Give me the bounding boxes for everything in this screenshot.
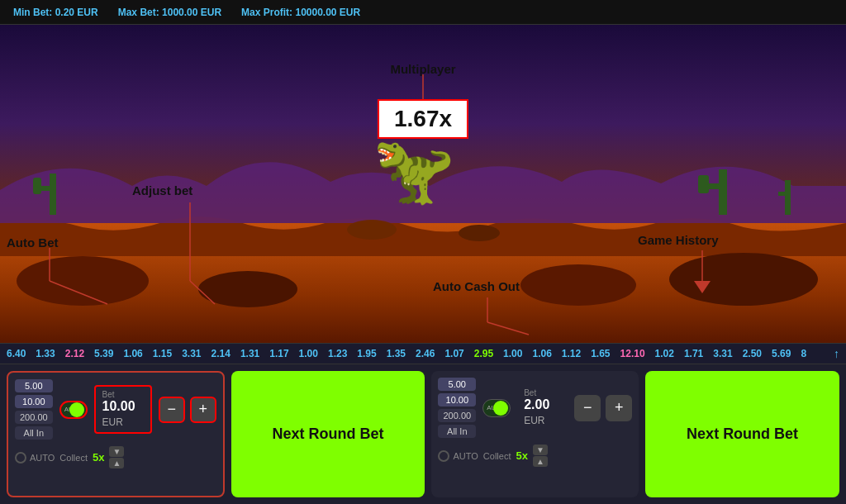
minus-btn-2[interactable]: − bbox=[574, 395, 601, 421]
auto-cashout-label-text: Auto Cash Out bbox=[433, 279, 520, 293]
mult-195: 1.95 bbox=[357, 348, 376, 359]
label-game-history: Game History bbox=[638, 233, 719, 247]
auto-toggle-2[interactable]: AUTO bbox=[482, 399, 511, 417]
plus-btn-1[interactable]: + bbox=[190, 397, 216, 423]
svg-point-4 bbox=[520, 264, 636, 306]
mult-1210: 12.10 bbox=[620, 348, 645, 359]
collect-auto-label-2: AUTO bbox=[453, 451, 478, 461]
bet-value-1: 10.00 bbox=[102, 399, 135, 413]
bet-amount-5-btn-2[interactable]: 5.00 bbox=[438, 378, 476, 391]
bet-amount-allin-btn-1[interactable]: All In bbox=[15, 426, 53, 440]
label-auto-bet: Auto Bet bbox=[7, 235, 59, 250]
auto-knob-1 bbox=[69, 402, 84, 417]
bet-display-2: Bet 2.00 EUR bbox=[517, 385, 568, 430]
collect-arrows-1: ▼ ▲ bbox=[109, 446, 124, 468]
svg-point-15 bbox=[459, 225, 500, 241]
mult-8: 8 bbox=[801, 348, 806, 359]
bet-panel-2-top: 5.00 10.00 200.00 All In AUTO Bet 2.00 E… bbox=[438, 378, 632, 438]
collect-radio-auto-1[interactable] bbox=[15, 452, 26, 464]
multiplayer-label-text: Multiplayer bbox=[390, 62, 455, 76]
svg-point-3 bbox=[198, 271, 297, 307]
mult-331a: 3.31 bbox=[182, 348, 201, 359]
collect-label-1: Collect bbox=[59, 453, 88, 463]
collect-toggle-2[interactable]: AUTO bbox=[438, 450, 478, 462]
max-profit-info: Max Profit: 10000.00 EUR bbox=[241, 7, 360, 18]
bet-display-1: Bet 10.00 EUR bbox=[94, 385, 152, 434]
collect-radio-auto-2[interactable] bbox=[438, 450, 449, 462]
next-round-btn-1[interactable]: Next Round Bet bbox=[231, 371, 425, 497]
mult-640: 6.40 bbox=[7, 348, 26, 359]
mult-106b: 1.06 bbox=[532, 348, 551, 359]
min-bet-info: Min Bet: 0.20 EUR bbox=[13, 7, 98, 18]
collect-value-2: 5x bbox=[516, 449, 527, 462]
dinosaur: 🦖 bbox=[373, 131, 455, 209]
controls-area: 5.00 10.00 200.00 All In AUTO Bet 10.00 … bbox=[0, 364, 846, 504]
max-bet-label: Max Bet: bbox=[118, 7, 159, 18]
mult-246: 2.46 bbox=[416, 348, 435, 359]
mult-123: 1.23 bbox=[328, 348, 347, 359]
mult-133: 1.33 bbox=[36, 348, 55, 359]
mult-115: 1.15 bbox=[153, 348, 172, 359]
max-profit-label: Max Profit: bbox=[241, 7, 292, 18]
collect-auto-label-1: AUTO bbox=[30, 453, 55, 463]
mult-250: 2.50 bbox=[743, 348, 762, 359]
bet-currency-1: EUR bbox=[102, 416, 123, 428]
mult-100a: 1.00 bbox=[299, 348, 318, 359]
collect-arrow-down-2[interactable]: ▼ bbox=[533, 445, 548, 455]
bet-amount-5-btn-1[interactable]: 5.00 bbox=[15, 379, 53, 392]
bet-amount-200-btn-1[interactable]: 200.00 bbox=[15, 411, 53, 424]
bet-amount-10-btn-1[interactable]: 10.00 bbox=[15, 395, 53, 408]
auto-knob-2 bbox=[493, 401, 508, 416]
bet-panel-1: 5.00 10.00 200.00 All In AUTO Bet 10.00 … bbox=[7, 371, 225, 497]
auto-bet-label-text: Auto Bet bbox=[7, 235, 59, 250]
label-auto-cashout: Auto Cash Out bbox=[433, 279, 520, 293]
mult-102: 1.02 bbox=[655, 348, 674, 359]
bet-amount-allin-btn-2[interactable]: All In bbox=[438, 425, 476, 438]
mult-106: 1.06 bbox=[123, 348, 142, 359]
minus-btn-1[interactable]: − bbox=[159, 397, 185, 423]
svg-rect-10 bbox=[709, 183, 727, 189]
bet-amounts-2: 5.00 10.00 200.00 All In bbox=[438, 378, 476, 438]
collect-toggle-1[interactable]: AUTO bbox=[15, 452, 55, 464]
bet-label-2: Bet bbox=[524, 388, 561, 397]
svg-point-2 bbox=[17, 256, 149, 306]
scroll-up-icon[interactable]: ↑ bbox=[834, 347, 846, 360]
auto-toggle-1[interactable]: AUTO bbox=[59, 401, 88, 419]
bet-panel-2: 5.00 10.00 200.00 All In AUTO Bet 2.00 E… bbox=[431, 371, 639, 497]
mult-214: 2.14 bbox=[212, 348, 231, 359]
svg-point-14 bbox=[347, 220, 397, 240]
collect-value-1: 5x bbox=[93, 451, 104, 464]
multipliers-bar: 6.40 1.33 2.12 5.39 1.06 1.15 3.31 2.14 … bbox=[0, 343, 846, 364]
svg-rect-11 bbox=[698, 175, 709, 193]
next-round-btn-2[interactable]: Next Round Bet bbox=[645, 371, 839, 497]
mult-212: 2.12 bbox=[65, 348, 84, 359]
mult-331b: 3.31 bbox=[713, 348, 732, 359]
min-bet-value: 0.20 EUR bbox=[55, 7, 98, 18]
collect-row-1: AUTO Collect 5x ▼ ▲ bbox=[15, 446, 216, 468]
svg-rect-12 bbox=[785, 180, 791, 215]
collect-arrow-up-2[interactable]: ▲ bbox=[533, 456, 548, 467]
svg-rect-8 bbox=[33, 178, 41, 194]
collect-arrow-down-1[interactable]: ▼ bbox=[109, 446, 124, 457]
mult-112: 1.12 bbox=[562, 348, 581, 359]
max-bet-value: 1000.00 EUR bbox=[162, 7, 221, 18]
bet-value-2: 2.00 bbox=[524, 397, 549, 411]
plus-btn-2[interactable]: + bbox=[606, 395, 632, 421]
svg-rect-6 bbox=[50, 174, 56, 215]
bet-label-1: Bet bbox=[102, 390, 144, 399]
mult-100b: 1.00 bbox=[503, 348, 522, 359]
collect-arrows-2: ▼ ▲ bbox=[533, 445, 548, 467]
mult-107: 1.07 bbox=[444, 348, 463, 359]
bet-amount-200-btn-2[interactable]: 200.00 bbox=[438, 409, 476, 422]
adjust-bet-label-text: Adjust bet bbox=[132, 183, 192, 197]
collect-arrow-up-1[interactable]: ▲ bbox=[109, 458, 124, 468]
mult-171: 1.71 bbox=[684, 348, 703, 359]
svg-rect-9 bbox=[719, 169, 727, 215]
mult-131: 1.31 bbox=[240, 348, 259, 359]
game-area: 1.67x 🦖 Multiplayer Auto Bet Adjust bet … bbox=[0, 25, 846, 343]
svg-rect-7 bbox=[41, 186, 56, 191]
max-profit-value: 10000.00 EUR bbox=[295, 7, 360, 18]
mult-569: 5.69 bbox=[772, 348, 791, 359]
mult-539: 5.39 bbox=[94, 348, 113, 359]
bet-amount-10-btn-2[interactable]: 10.00 bbox=[438, 393, 476, 407]
